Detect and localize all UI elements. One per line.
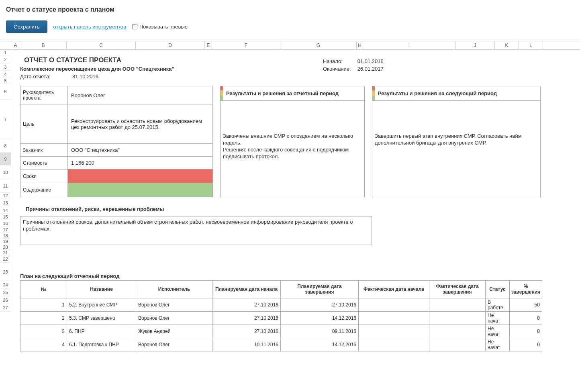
row-header[interactable]: 17 bbox=[0, 227, 11, 233]
row-header[interactable]: 3 bbox=[0, 63, 11, 71]
plan-header-fact-end: Фактическая дата завершения bbox=[429, 280, 486, 298]
schedule-label: Сроки bbox=[20, 169, 68, 183]
row-header[interactable]: 26 bbox=[0, 296, 11, 304]
row-header[interactable]: 12 bbox=[0, 193, 11, 198]
scope-label: Содержание bbox=[20, 183, 68, 197]
cell-fact-start bbox=[359, 325, 429, 338]
plan-header-status: Статус bbox=[486, 280, 510, 298]
cell-executor: Жуков Андрей bbox=[136, 325, 212, 338]
report-subtitle: Комплексное переоснащение цеха для ООО "… bbox=[20, 66, 580, 72]
row-header[interactable]: 25 bbox=[0, 289, 11, 296]
panel2-title: Результаты и решения на следующий период bbox=[375, 86, 540, 100]
plan-table: № Название Исполнитель Планируемая дата … bbox=[20, 280, 542, 351]
cell-fact-end bbox=[429, 338, 486, 351]
row-header[interactable]: 22 bbox=[0, 255, 11, 263]
cell-plan-end: 27.10.2016 bbox=[281, 298, 359, 311]
table-row[interactable]: 36. ПНРЖуков Андрей27.10.201609.11.2016Н… bbox=[20, 325, 542, 338]
cell-executor: Воронов Олег bbox=[136, 338, 212, 351]
row-header[interactable]: 14 bbox=[0, 207, 11, 214]
col-header[interactable]: A bbox=[11, 41, 20, 49]
col-header[interactable]: K bbox=[495, 41, 519, 49]
col-header[interactable]: I bbox=[363, 41, 455, 49]
select-all-corner[interactable] bbox=[0, 41, 11, 49]
show-preview-checkbox-wrap[interactable]: Показывать превью bbox=[132, 24, 188, 30]
row-header[interactable]: 5 bbox=[0, 78, 11, 84]
row-header[interactable]: 9 bbox=[0, 153, 11, 165]
row-header[interactable]: 24 bbox=[0, 281, 11, 289]
cell-num: 3 bbox=[20, 325, 67, 338]
col-header[interactable]: B bbox=[20, 41, 67, 49]
row-header[interactable]: 23 bbox=[0, 263, 11, 281]
row-header[interactable]: 27 bbox=[0, 304, 11, 312]
row-header[interactable]: 18 bbox=[0, 233, 11, 239]
cell-plan-start: 27.10.2016 bbox=[212, 325, 281, 338]
show-preview-checkbox[interactable] bbox=[132, 24, 137, 29]
cell-num: 2 bbox=[20, 311, 67, 325]
col-header[interactable]: J bbox=[455, 41, 495, 49]
col-header[interactable]: F bbox=[212, 41, 280, 49]
row-header[interactable]: 10 bbox=[0, 165, 11, 179]
row-header[interactable]: 16 bbox=[0, 220, 11, 227]
row-header[interactable]: 4 bbox=[0, 71, 11, 78]
goal-value: Реконструировать и оснастить новым обору… bbox=[68, 104, 212, 143]
cell-fact-end bbox=[429, 325, 486, 338]
plan-header-num: № bbox=[20, 280, 67, 298]
cell-num: 1 bbox=[20, 298, 67, 311]
col-header[interactable]: L bbox=[519, 41, 543, 49]
cell-status: В работе bbox=[486, 298, 510, 311]
save-button[interactable]: Сохранить bbox=[6, 20, 47, 33]
plan-header-fact-start: Фактическая дата начала bbox=[359, 280, 429, 298]
cost-value: 1 166 200 bbox=[68, 157, 212, 169]
col-header[interactable]: G bbox=[280, 41, 357, 49]
manager-value: Воронов Олег bbox=[68, 86, 212, 104]
start-label: Начало: bbox=[323, 58, 357, 65]
cell-executor: Воронов Олег bbox=[136, 298, 212, 311]
cell-percent: 0 bbox=[510, 338, 542, 351]
row-header[interactable]: 7 bbox=[0, 100, 11, 139]
row-header[interactable]: 6 bbox=[0, 84, 11, 100]
open-tools-panel-link[interactable]: открыть панель инструментов bbox=[53, 24, 126, 30]
report-date: 31.10.2016 bbox=[72, 74, 98, 80]
cost-label: Стоимость bbox=[20, 157, 68, 169]
col-header[interactable]: D bbox=[136, 41, 205, 49]
table-row[interactable]: 46.1. Подготовка к ПНРВоронов Олег10.11.… bbox=[20, 338, 542, 351]
row-header[interactable]: 20 bbox=[0, 244, 11, 250]
table-row[interactable]: 15.2. Внутренние СМРВоронов Олег27.10.20… bbox=[20, 298, 542, 311]
customer-label: Заказчик bbox=[20, 144, 68, 156]
row-header[interactable]: 11 bbox=[0, 179, 11, 193]
col-header[interactable]: H bbox=[357, 41, 363, 49]
project-info-table: Руководитель проекта Воронов Олег Цель Р… bbox=[20, 86, 213, 197]
cell-percent: 0 bbox=[510, 311, 542, 325]
end-date: 26.01.2017 bbox=[357, 65, 389, 72]
start-date: 01.01.2016 bbox=[357, 58, 389, 65]
row-header[interactable]: 21 bbox=[0, 250, 11, 255]
customer-value: ООО "Спецтехника" bbox=[68, 144, 212, 156]
report-date-label: Дата отчета: bbox=[20, 74, 72, 80]
cell-fact-start bbox=[359, 298, 429, 311]
plan-header-plan-start: Планируемая дата начала bbox=[212, 280, 281, 298]
cell-status: Не начат bbox=[486, 338, 510, 351]
row-header[interactable]: 15 bbox=[0, 214, 11, 220]
scope-status-green bbox=[68, 183, 212, 197]
row-header[interactable]: 2 bbox=[0, 55, 11, 63]
cell-plan-start: 27.10.2016 bbox=[212, 311, 281, 325]
cell-fact-start bbox=[359, 338, 429, 351]
cell-executor: Воронов Олег bbox=[136, 311, 212, 325]
issues-title: Причины отклонений, риски, нерешенные пр… bbox=[26, 206, 580, 212]
row-header[interactable]: 1 bbox=[0, 50, 11, 55]
col-header[interactable]: C bbox=[67, 41, 136, 49]
plan-header-executor: Исполнитель bbox=[136, 280, 212, 298]
row-header[interactable]: 19 bbox=[0, 239, 11, 244]
cell-name: 6.1. Подготовка к ПНР bbox=[67, 338, 136, 351]
report-title: ОТЧЕТ О СТАТУСЕ ПРОЕКТА bbox=[24, 51, 580, 64]
table-row[interactable]: 25.3. СМР завершеноВоронов Олег27.10.201… bbox=[20, 311, 542, 325]
show-preview-label: Показывать превью bbox=[139, 24, 188, 30]
cell-plan-end: 14.12.2016 bbox=[281, 338, 359, 351]
cell-plan-end: 14.12.2016 bbox=[281, 311, 359, 325]
issues-body: Причины отклонений сроков: дополнительны… bbox=[20, 216, 372, 245]
col-header[interactable]: E bbox=[205, 41, 212, 49]
cell-name: 5.3. СМР завершено bbox=[67, 311, 136, 325]
cell-plan-start: 27.10.2016 bbox=[212, 298, 281, 311]
row-header[interactable]: 13 bbox=[0, 198, 11, 207]
row-header[interactable]: 8 bbox=[0, 139, 11, 153]
